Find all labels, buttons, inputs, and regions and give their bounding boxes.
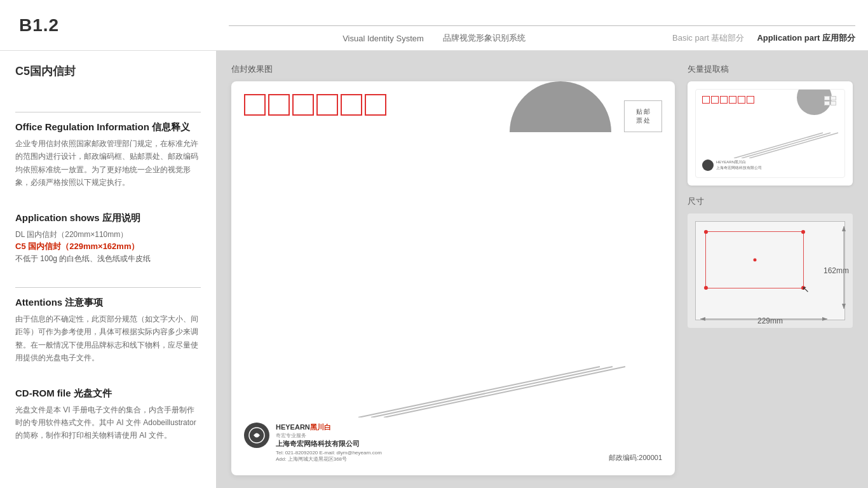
postcode-box-1 [244, 94, 266, 116]
application-title: Application shows 应用说明 [15, 212, 201, 224]
svg-line-6 [749, 133, 838, 158]
vi-label: Visual Identity System [342, 34, 424, 43]
company-name: 上海奇宏网络科技有限公司 [276, 439, 382, 449]
svg-marker-11 [700, 317, 705, 321]
company-logo-text: HEYEARN黑川白 [276, 423, 382, 432]
attentions-text: 由于信息的不确定性，此页部分规范（如文字大小、间距等）可作为参考使用，具体可根据… [15, 313, 201, 365]
header: B1.2 Visual Identity System 品牌视觉形象识别系统 B… [0, 0, 868, 51]
dl-text: DL 国内信封（220mm×110mm） [15, 228, 201, 241]
stamp-text-line2: 票 处 [636, 116, 651, 125]
postal-code-bottom: 邮政编码:200001 [609, 453, 662, 463]
dimension-box: ↖ 162mm 229mm [688, 214, 853, 328]
basic-part-label: Basic part 基础部分 [672, 32, 744, 44]
company-addr: Add: 上海闸城大道黑花区368号 [276, 456, 382, 463]
thumb-logo-area: HEYEARN黑川白 上海奇宏网络科技有限公司 [702, 159, 762, 171]
thumbnail-box: HEYEARN黑川白 上海奇宏网络科技有限公司 [688, 81, 853, 186]
svg-line-1 [371, 367, 613, 417]
application-section: Application shows 应用说明 DL 国内信封（220mm×110… [15, 212, 201, 274]
divider-2 [15, 287, 201, 288]
application-part-label: Application part 应用部分 [757, 32, 855, 44]
thumb-company-name: 上海奇宏网络科技有限公司 [716, 165, 762, 171]
postcode-box-4 [316, 94, 338, 116]
thumb-pc-1 [702, 96, 710, 104]
company-tel: Tel: 021-82092020 E-mail: dlym@heyearn.c… [276, 450, 382, 456]
company-logo-svg [247, 426, 266, 445]
header-left: B1.2 [13, 15, 229, 36]
header-right: Basic part 基础部分 Application part 应用部分 [639, 25, 855, 50]
thumb-stamp-cell-1 [824, 96, 830, 100]
thumb-stamp-row-1 [824, 96, 838, 100]
thumb-pc-2 [711, 96, 719, 104]
content-top: 信封效果图 [231, 64, 853, 475]
c5-text: C5 国内信封（229mm×162mm） [15, 241, 201, 252]
thumbnail-section: 矢量提取稿 [688, 64, 853, 475]
stamp-text-line1: 贴 邮 [636, 107, 651, 116]
cdrom-text: 光盘文件是本 VI 手册电子文件的集合，内含手册制作时的专用软件格式文件。其中 … [15, 403, 201, 442]
svg-line-5 [742, 133, 831, 158]
thumb-pc-6 [747, 96, 754, 104]
page-id: B1.2 [19, 15, 59, 35]
envelope-mockup: 贴 邮 票 处 [231, 81, 675, 475]
thumb-stamp-row-2 [824, 101, 838, 105]
dimension-container: 尺寸 [688, 196, 853, 328]
thumb-logo-name: HEYEARN黑川白 [716, 159, 762, 165]
svg-marker-8 [842, 226, 846, 231]
postcode-box-3 [292, 94, 314, 116]
thumb-logo-circle [702, 159, 714, 171]
thumb-stamp-cell-2 [831, 96, 836, 100]
diagonal-lines-svg [244, 348, 662, 417]
thumb-stamp-cell-3 [824, 101, 830, 105]
cdrom-section: CD-ROM file 光盘文件 光盘文件是本 VI 手册电子文件的集合，内含手… [15, 388, 201, 452]
page-title-section: C5国内信封 [15, 64, 201, 99]
postcode-boxes [244, 94, 386, 116]
svg-marker-12 [822, 317, 827, 321]
dimension-label: 尺寸 [688, 196, 853, 207]
svg-marker-9 [842, 304, 846, 309]
regulation-title: Office Regulation Information 信息释义 [15, 121, 201, 133]
header-center: Visual Identity System 品牌视觉形象识别系统 [229, 25, 639, 50]
svg-line-0 [358, 367, 600, 417]
cdrom-title: CD-ROM file 光盘文件 [15, 388, 201, 400]
corner-dot-tr [801, 230, 805, 234]
thumb-stamp [824, 96, 838, 107]
page-title: C5国内信封 [15, 64, 201, 79]
brand-label: 品牌视觉形象识别系统 [443, 32, 526, 44]
thumb-pc-4 [729, 96, 736, 104]
regulation-section: Office Regulation Information 信息释义 企业专用信… [15, 121, 201, 200]
stamp-area: 贴 邮 票 处 [624, 100, 662, 132]
thumb-stamp-cell-4 [831, 101, 836, 105]
thumb-pc-3 [720, 96, 728, 104]
divider-1 [15, 112, 201, 112]
envelope-section: 信封效果图 [231, 64, 675, 475]
thumb-company-text: HEYEARN黑川白 上海奇宏网络科技有限公司 [716, 159, 762, 171]
company-info: HEYEARN黑川白 奇宏专业服务 上海奇宏网络科技有限公司 Tel: 021-… [244, 423, 382, 463]
attentions-title: Attentions 注意事项 [15, 297, 201, 309]
thumb-diag-svg [696, 126, 844, 158]
content-area: 信封效果图 [216, 51, 868, 488]
postcode-box-6 [365, 94, 386, 116]
thumbnail-label: 矢量提取稿 [688, 64, 853, 75]
regulation-text: 企业专用信封依照国家邮政管理部门规定，在标准允许的范围内进行设计，邮政编码框、贴… [15, 137, 201, 189]
sidebar: C5国内信封 Office Regulation Information 信息释… [0, 51, 216, 488]
thumb-pc-5 [738, 96, 745, 104]
height-arrow-svg [837, 226, 850, 309]
cursor-icon: ↖ [802, 284, 810, 294]
envelope-section-label: 信封效果图 [231, 64, 675, 75]
width-arrow-svg [700, 313, 827, 325]
main-layout: C5国内信封 Office Regulation Information 信息释… [0, 51, 868, 488]
center-dot [753, 259, 756, 262]
dimension-rect: ↖ [705, 231, 804, 288]
svg-line-2 [384, 367, 625, 417]
thumbnail-envelope: HEYEARN黑川白 上海奇宏网络科技有限公司 [695, 89, 845, 178]
corner-dot-bl [704, 286, 708, 290]
postcode-box-5 [341, 94, 362, 116]
company-logo-circle [244, 423, 269, 448]
company-tagline: 奇宏专业服务 [276, 432, 382, 439]
corner-dot-tl [704, 230, 708, 234]
thumb-postcode-boxes [702, 96, 754, 104]
svg-line-4 [734, 133, 823, 158]
thumbnail-container: 矢量提取稿 [688, 64, 853, 186]
material-text: 不低于 100g 的白色纸、浅色纸或牛皮纸 [15, 254, 201, 264]
postcode-box-2 [268, 94, 290, 116]
attentions-section: Attentions 注意事项 由于信息的不确定性，此页部分规范（如文字大小、间… [15, 297, 201, 375]
